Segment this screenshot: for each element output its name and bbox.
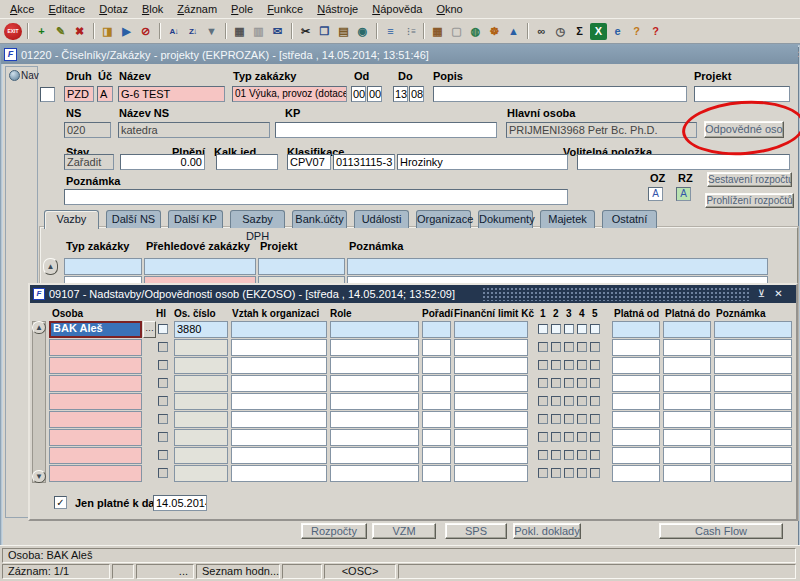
platna_od-cell[interactable]: [612, 465, 660, 482]
d2-checkbox[interactable]: [551, 324, 561, 334]
poradi-cell[interactable]: [422, 357, 451, 374]
child-close-icon[interactable]: ✕: [772, 288, 785, 300]
d4-checkbox[interactable]: [577, 450, 587, 460]
poradi-cell[interactable]: [422, 411, 451, 428]
vztah-cell[interactable]: [231, 357, 327, 374]
sort-asc-icon[interactable]: A↓: [165, 23, 182, 40]
osoba-cell[interactable]: BAK Aleš: [49, 321, 142, 338]
tree-view-icon[interactable]: ⋮≡: [401, 23, 418, 40]
poradi-cell[interactable]: [422, 375, 451, 392]
hlavni-osoba-field[interactable]: PRIJMENI3968 Petr Bc. Ph.D.: [506, 122, 697, 138]
projekt-field[interactable]: [694, 86, 790, 102]
vazby-cell[interactable]: [258, 258, 345, 275]
platna_do-cell[interactable]: [663, 411, 711, 428]
fin-cell[interactable]: [454, 375, 528, 392]
d3-checkbox[interactable]: [564, 414, 574, 424]
platna_od-cell[interactable]: [612, 393, 660, 410]
print-icon[interactable]: ▦: [231, 23, 248, 40]
do-field-1[interactable]: 13: [393, 86, 408, 102]
osoba-cell[interactable]: [49, 447, 142, 464]
tab-sazbydph[interactable]: Sazby DPH: [230, 210, 285, 228]
role-cell[interactable]: [330, 375, 419, 392]
fin-cell[interactable]: [454, 393, 528, 410]
tab-majetek[interactable]: Majetek: [540, 210, 595, 228]
hl-checkbox[interactable]: [158, 432, 168, 442]
cancel-query-icon[interactable]: ⊘: [137, 23, 154, 40]
pokl-doklady-button[interactable]: Pokl. doklady: [513, 523, 581, 539]
summation-icon[interactable]: Σ: [571, 23, 588, 40]
poznamka-cell[interactable]: [714, 465, 792, 482]
menu-zaznam[interactable]: Záznam: [170, 2, 224, 17]
poznamka-cell[interactable]: [714, 447, 792, 464]
nazev-field[interactable]: G-6 TEST: [118, 86, 225, 102]
tab-dokumenty[interactable]: Dokumenty: [478, 210, 533, 228]
d2-checkbox[interactable]: [551, 432, 561, 442]
menu-pole[interactable]: Pole: [224, 2, 260, 17]
d3-checkbox[interactable]: [564, 432, 574, 442]
platna_do-cell[interactable]: [663, 375, 711, 392]
find-replace-icon[interactable]: ◉: [354, 23, 371, 40]
role-cell[interactable]: [330, 465, 419, 482]
hl-checkbox[interactable]: [158, 342, 168, 352]
fin-cell[interactable]: [454, 429, 528, 446]
klasifikace-field-2[interactable]: 01131115-3: [333, 154, 395, 170]
os_cislo-cell[interactable]: [174, 447, 228, 464]
klasifikace-field-3[interactable]: Hrozinky: [397, 154, 568, 170]
vazby-cell[interactable]: [144, 258, 256, 275]
binoculars-icon[interactable]: ∞: [533, 23, 550, 40]
child-window-titlebar[interactable]: F 09107 - Nadstavby/Odpovědnosti osob (E…: [30, 285, 796, 303]
platna_od-cell[interactable]: [612, 339, 660, 356]
jen-platne-checkbox[interactable]: ✓: [54, 496, 67, 509]
tab-dalsikp[interactable]: Další KP: [168, 210, 223, 228]
list-values-icon[interactable]: ≡: [382, 23, 399, 40]
d4-checkbox[interactable]: [577, 414, 587, 424]
clock-icon[interactable]: ◷: [552, 23, 569, 40]
scroll-up-icon[interactable]: ▲: [43, 258, 58, 275]
hl-checkbox[interactable]: [158, 378, 168, 388]
update-record-icon[interactable]: ✎: [52, 23, 69, 40]
d3-checkbox[interactable]: [564, 468, 574, 478]
execute-query-icon[interactable]: ▶: [118, 23, 135, 40]
d3-checkbox[interactable]: [564, 378, 574, 388]
tab-dalsins[interactable]: Další NS: [106, 210, 161, 228]
vztah-cell[interactable]: [231, 429, 327, 446]
print-preview-icon[interactable]: ▥: [250, 23, 267, 40]
exit-button[interactable]: EXIT: [4, 23, 22, 40]
d3-checkbox[interactable]: [564, 396, 574, 406]
popis-field[interactable]: [433, 86, 687, 102]
d1-checkbox[interactable]: [538, 468, 548, 478]
record-indicator-checkbox[interactable]: [40, 87, 55, 102]
poznamka-cell[interactable]: [714, 339, 792, 356]
d4-checkbox[interactable]: [577, 396, 587, 406]
platna_do-cell[interactable]: [663, 339, 711, 356]
sps-button[interactable]: SPS: [445, 523, 507, 539]
vztah-cell[interactable]: [231, 375, 327, 392]
send-mail-icon[interactable]: ✉: [269, 23, 286, 40]
menu-akce[interactable]: Akce: [3, 2, 41, 17]
d1-checkbox[interactable]: [538, 360, 548, 370]
save-icon[interactable]: ▢: [448, 23, 465, 40]
d5-checkbox[interactable]: [590, 414, 600, 424]
d2-checkbox[interactable]: [551, 396, 561, 406]
child-scroll-down-icon[interactable]: ▼: [32, 470, 46, 483]
os_cislo-cell[interactable]: [174, 465, 228, 482]
platna_od-cell[interactable]: [612, 411, 660, 428]
d4-checkbox[interactable]: [577, 432, 587, 442]
hl-checkbox[interactable]: [158, 414, 168, 424]
d4-checkbox[interactable]: [577, 468, 587, 478]
menu-funkce[interactable]: Funkce: [260, 2, 310, 17]
tab-vazby[interactable]: Vazby: [44, 210, 99, 229]
volitelna-polozka-field[interactable]: [577, 154, 790, 170]
sestaveni-rozpoctu-button[interactable]: Sestavení rozpočtu: [707, 172, 792, 187]
calendar-icon[interactable]: ▦: [429, 23, 446, 40]
plneni-field[interactable]: 0.00: [120, 154, 205, 170]
d1-checkbox[interactable]: [538, 342, 548, 352]
druh-field[interactable]: PZD: [64, 86, 94, 102]
d2-checkbox[interactable]: [551, 360, 561, 370]
osoba-cell[interactable]: [49, 339, 142, 356]
uc-field[interactable]: A: [97, 86, 113, 102]
platna_do-cell[interactable]: [663, 465, 711, 482]
vztah-cell[interactable]: [231, 447, 327, 464]
odpovedne-osoby-button[interactable]: Odpovědné osoby: [704, 121, 784, 138]
menu-nastroje[interactable]: Nástroje: [310, 2, 365, 17]
